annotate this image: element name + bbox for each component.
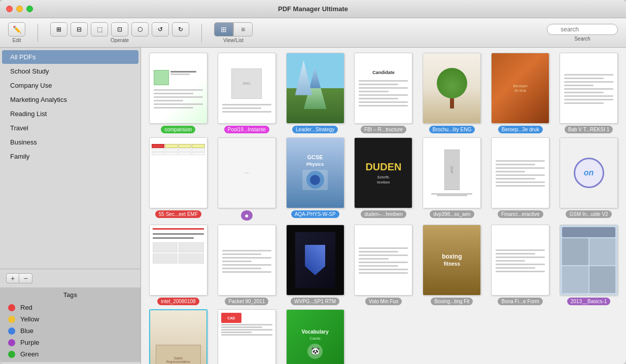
pdf-item-comparision[interactable]: comparision bbox=[146, 53, 211, 133]
pdf-label-financi: Financi...eractive bbox=[498, 210, 543, 218]
pdf-label-duden: duden–...hreiben bbox=[361, 210, 406, 218]
pdf-label-voto: Voto Min Fux bbox=[365, 298, 402, 305]
pdf-label-wvpg: WVPG...SP1 RTM bbox=[291, 298, 339, 305]
pdf-item-bona[interactable]: Bona Fi...e Form bbox=[488, 225, 552, 305]
sidebar-item-company-use[interactable]: Company Use bbox=[2, 79, 138, 92]
view-grid-button[interactable]: ⊞ bbox=[214, 22, 233, 37]
pdf-thumb-intel bbox=[149, 225, 207, 296]
pdf-thumb-dvp398: DVP bbox=[423, 137, 481, 208]
sidebar-item-marketing-analytics[interactable]: Marketing Analytics bbox=[2, 93, 138, 106]
toolbar-separator-2 bbox=[201, 24, 202, 42]
pdf-thumb-2013 bbox=[560, 225, 618, 296]
pdf-item-financi[interactable]: Financi...eractive bbox=[488, 137, 552, 221]
toolbar-separator-1 bbox=[38, 24, 38, 42]
pdf-item-wvpg[interactable]: WVPG...SP1 RTM bbox=[283, 225, 347, 305]
pdf-label-fbi: FBI – R...tructure bbox=[361, 126, 406, 133]
pdf-label-empty: ● bbox=[241, 210, 252, 221]
tag-dot-blue bbox=[8, 327, 15, 335]
pdf-label-bona: Bona Fi...e Form bbox=[498, 298, 542, 305]
sidebar-item-school-study[interactable]: School Study bbox=[2, 64, 138, 78]
pdf-label-brochure: Brochu...lity ENG bbox=[429, 126, 475, 133]
pdf-thumb-pdf-cadtips: CAD bbox=[218, 309, 276, 364]
search-group: 🔍 Search bbox=[547, 24, 618, 42]
pdf-item-intel[interactable]: intel_20080108 bbox=[146, 225, 211, 305]
pdf-label-beroep: Beroep...3e druk bbox=[498, 126, 543, 133]
operate-btn-1[interactable]: ⊞ bbox=[50, 22, 67, 37]
app-window: PDF Manager Ultimate ✏️ Edit ⊞ ⊟ ⬚ ⊡ ⬡ ↺… bbox=[0, 0, 626, 364]
pdf-thumb-boxing: boxing fitness bbox=[423, 225, 481, 296]
sidebar-item-business[interactable]: Business bbox=[2, 135, 138, 149]
tag-dot-red bbox=[8, 304, 15, 311]
main-content: All PDFs School Study Company Use Market… bbox=[0, 48, 626, 364]
zoom-button[interactable] bbox=[26, 6, 33, 12]
tag-label-yellow: Yellow bbox=[20, 315, 39, 323]
operate-btn-7[interactable]: ↻ bbox=[172, 22, 189, 37]
pdf-item-duden[interactable]: DUDEN Schrift-hreiben duden–...hreiben bbox=[352, 137, 416, 221]
operate-btn-5[interactable]: ⬡ bbox=[131, 22, 149, 37]
pdf-thumb-voto bbox=[354, 225, 412, 296]
sidebar-item-reading-list[interactable]: Reading List bbox=[2, 107, 138, 121]
pdf-item-empty[interactable]: ─ ● bbox=[215, 137, 279, 221]
tag-item-yellow[interactable]: Yellow bbox=[0, 313, 141, 325]
close-button[interactable] bbox=[6, 6, 13, 12]
pdf-item-voto[interactable]: Voto Min Fux bbox=[352, 225, 416, 305]
pdf-item-csglvc[interactable]: Vocabulary Cards 🐼 csglvc bbox=[283, 309, 347, 364]
pdf-thumb-comparision bbox=[149, 53, 207, 124]
pdf-thumb-pool19: IMG bbox=[218, 53, 276, 124]
window-title: PDF Manager Ultimate bbox=[278, 5, 348, 13]
pdf-thumb-gsm: on bbox=[560, 137, 618, 208]
pdf-label-dvp398: dvp398...ss_aen bbox=[430, 210, 474, 218]
pdf-item-pdf-cadtips[interactable]: CAD pdf_cadtips bbox=[215, 309, 279, 364]
tag-item-purple[interactable]: Purple bbox=[0, 337, 141, 348]
pdf-item-gsm[interactable]: on GSM In...uide V2 bbox=[557, 137, 621, 221]
sidebar-item-all-pdfs[interactable]: All PDFs bbox=[2, 50, 138, 64]
pdf-label-gsm: GSM In...uide V2 bbox=[566, 210, 611, 218]
pdf-label-comparision: comparision bbox=[161, 126, 195, 133]
pdf-item-pool19[interactable]: IMG Pool19...Instante bbox=[215, 53, 279, 133]
pdf-item-packet[interactable]: Packet 90_2011 bbox=[215, 225, 279, 305]
pdf-item-brochure[interactable]: Brochu...lity ENG bbox=[420, 53, 484, 133]
sidebar-item-family[interactable]: Family bbox=[2, 150, 138, 163]
sidebar-item-travel[interactable]: Travel bbox=[2, 121, 138, 135]
tag-item-red[interactable]: Red bbox=[0, 302, 141, 313]
pdf-label-aqa: AQA-PHYS-W-SP bbox=[291, 210, 339, 218]
pdf-thumb-sales: SalesRepresentative bbox=[149, 309, 207, 364]
pdf-item-55sec[interactable]: 55 Sec...eet EMF bbox=[146, 137, 211, 221]
tag-dot-purple bbox=[8, 339, 15, 346]
toolbar: ✏️ Edit ⊞ ⊟ ⬚ ⊡ ⬡ ↺ ↻ Operate ⊞ ≡ View/L… bbox=[0, 18, 626, 48]
edit-button[interactable]: ✏️ bbox=[8, 22, 25, 37]
pdf-item-leader[interactable]: Leader...Strategy bbox=[283, 53, 347, 133]
pdf-thumb-leader bbox=[286, 53, 344, 124]
pdf-item-2013[interactable]: 2013__Basics-1 bbox=[557, 225, 621, 305]
search-label: Search bbox=[574, 36, 590, 42]
pdf-item-bab[interactable]: Bab V T...REKSI 1 bbox=[557, 53, 621, 133]
add-category-button[interactable]: + bbox=[6, 273, 19, 283]
pdf-item-beroep[interactable]: Beroepm3e druk Beroep...3e druk bbox=[488, 53, 552, 133]
pdf-label-boxing: Boxing...ting Fit bbox=[431, 298, 473, 305]
pdf-item-aqa[interactable]: GCSE Physics AQA-PHYS-W-SP bbox=[283, 137, 347, 221]
tag-item-green[interactable]: Green bbox=[0, 348, 141, 360]
pdf-item-dvp398[interactable]: DVP dvp398...ss_aen bbox=[420, 137, 484, 221]
search-input[interactable] bbox=[547, 24, 618, 35]
view-list-button[interactable]: ≡ bbox=[233, 22, 253, 37]
minimize-button[interactable] bbox=[16, 6, 23, 12]
pdf-thumb-bona bbox=[491, 225, 549, 296]
pdf-item-boxing[interactable]: boxing fitness Boxing...ting Fit bbox=[420, 225, 484, 305]
pdf-thumb-wvpg bbox=[286, 225, 344, 296]
tag-label-green: Green bbox=[20, 350, 39, 358]
remove-category-button[interactable]: − bbox=[19, 273, 32, 283]
traffic-lights bbox=[6, 6, 33, 12]
operate-btn-2[interactable]: ⊟ bbox=[71, 22, 88, 37]
pdf-item-fbi[interactable]: Candidate FBI – R...tructure bbox=[352, 53, 416, 133]
pdf-item-sales[interactable]: SalesRepresentative Sales Represen... bbox=[146, 309, 211, 364]
tag-item-blue[interactable]: Blue bbox=[0, 325, 141, 337]
operate-btn-4[interactable]: ⊡ bbox=[111, 22, 128, 37]
operate-btn-6[interactable]: ↺ bbox=[152, 22, 169, 37]
edit-label: Edit bbox=[12, 38, 21, 43]
pdf-label-leader: Leader...Strategy bbox=[292, 126, 338, 133]
pdf-thumb-csglvc: Vocabulary Cards 🐼 bbox=[286, 309, 344, 364]
operate-label: Operate bbox=[111, 38, 129, 43]
pdf-label-2013: 2013__Basics-1 bbox=[567, 298, 611, 305]
pdf-thumb-fbi: Candidate bbox=[354, 53, 412, 124]
operate-btn-3[interactable]: ⬚ bbox=[91, 22, 108, 37]
